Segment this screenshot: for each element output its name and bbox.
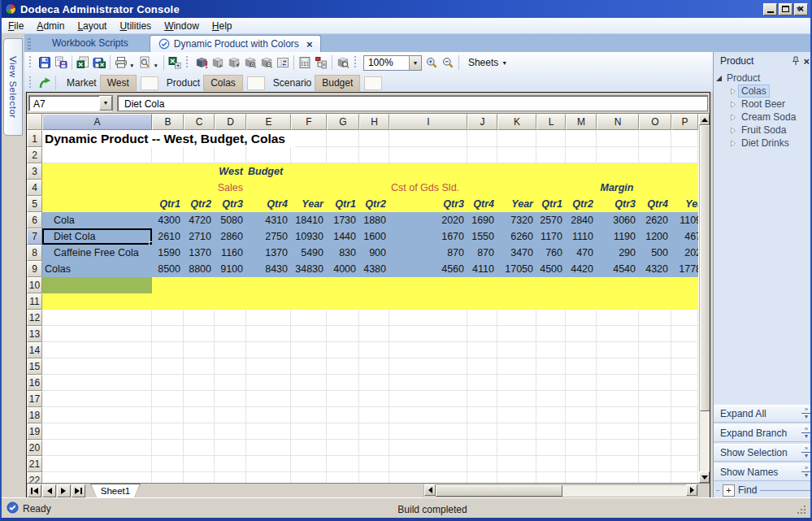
cell-H8[interactable]: 900 — [359, 245, 389, 261]
cell-F5[interactable]: Year — [291, 196, 327, 212]
row-header-22[interactable]: 22 — [27, 472, 42, 483]
column-header-P[interactable]: P — [671, 114, 698, 130]
cell-H18[interactable] — [359, 407, 389, 423]
cell-P6[interactable]: 11090 — [671, 212, 698, 228]
sheets-button[interactable]: Sheets▼ — [462, 54, 514, 71]
cell-C18[interactable] — [184, 407, 215, 423]
cell-O5[interactable]: Qtr4 — [639, 196, 671, 212]
sheet-tab-sheet1[interactable]: Sheet1 — [90, 484, 141, 497]
cell-H11[interactable] — [359, 293, 389, 310]
cell-O2[interactable] — [639, 147, 671, 163]
cell-E11[interactable] — [246, 293, 291, 310]
cell-D18[interactable] — [215, 407, 246, 423]
cell-P18[interactable] — [671, 407, 698, 423]
tree-collapsed-icon[interactable] — [728, 88, 738, 95]
cell-A2[interactable] — [42, 147, 152, 163]
cell-C21[interactable] — [184, 456, 215, 472]
cell-I6[interactable]: 2020 — [389, 212, 467, 228]
vertical-scrollbar[interactable] — [699, 114, 710, 483]
vertical-scroll-thumb[interactable] — [700, 125, 710, 411]
column-header-M[interactable]: M — [566, 114, 597, 130]
cell-J15[interactable] — [467, 358, 497, 375]
column-header-K[interactable]: K — [497, 114, 536, 130]
cell-O18[interactable] — [639, 407, 671, 423]
row-header-4[interactable]: 4 — [27, 180, 42, 196]
cell-L19[interactable] — [536, 423, 566, 440]
cell-M8[interactable]: 470 — [566, 245, 597, 261]
cell-I2[interactable] — [389, 147, 467, 163]
cell-I5[interactable]: Qtr3 — [389, 196, 467, 212]
cell-D21[interactable] — [215, 456, 246, 472]
column-header-J[interactable]: J — [467, 114, 497, 130]
zoom-in-icon[interactable] — [423, 54, 440, 71]
panel-button-chevron-icon[interactable]: »▼ — [801, 465, 811, 478]
dimension-select-scenario[interactable] — [364, 76, 382, 90]
cell-N15[interactable] — [597, 358, 639, 375]
cell-C16[interactable] — [184, 375, 215, 391]
cell-G19[interactable] — [327, 423, 359, 440]
row-header-3[interactable]: 3 — [27, 163, 42, 180]
cell-A5[interactable] — [42, 196, 152, 212]
cell-A12[interactable] — [42, 310, 152, 326]
cell-I21[interactable] — [389, 456, 467, 472]
cell-C17[interactable] — [184, 391, 215, 407]
cell-O21[interactable] — [639, 456, 671, 472]
cell-F4[interactable] — [291, 180, 327, 196]
cell-B11[interactable] — [152, 293, 184, 310]
cell-E5[interactable]: Qtr4 — [246, 196, 291, 212]
cell-K20[interactable] — [497, 440, 536, 456]
cell-F12[interactable] — [291, 310, 327, 326]
prev-sheet-icon[interactable] — [42, 484, 56, 497]
cell-B13[interactable] — [152, 326, 184, 342]
cell-E12[interactable] — [246, 310, 291, 326]
cell-D12[interactable] — [215, 310, 246, 326]
tab-workbook-scripts[interactable]: Workbook Scripts — [34, 34, 150, 52]
cell-I9[interactable]: 4560 — [389, 261, 467, 277]
cell-L16[interactable] — [536, 375, 566, 391]
cell-F21[interactable] — [291, 456, 327, 472]
cell-E9[interactable]: 8430 — [246, 261, 291, 277]
cell-A6[interactable]: Cola — [42, 212, 152, 228]
cell-J14[interactable] — [467, 342, 497, 358]
panel-button-chevron-icon[interactable]: »▼ — [801, 445, 811, 458]
cell-D2[interactable] — [215, 147, 246, 163]
cell-N19[interactable] — [597, 423, 639, 440]
cell-I11[interactable] — [389, 293, 467, 310]
column-header-I[interactable]: I — [389, 114, 467, 130]
dimension-value-scenario[interactable]: Budget — [315, 75, 360, 91]
cell-A18[interactable] — [42, 407, 152, 423]
cell-A19[interactable] — [42, 423, 152, 440]
cell-C20[interactable] — [184, 440, 215, 456]
cell-P3[interactable] — [671, 163, 698, 180]
row-header-12[interactable]: 12 — [27, 310, 42, 326]
cell-A9[interactable]: Colas — [42, 261, 152, 277]
cell-J4[interactable] — [467, 180, 497, 196]
cell-C6[interactable]: 4720 — [184, 212, 215, 228]
cell-H12[interactable] — [359, 310, 389, 326]
cell-N17[interactable] — [597, 391, 639, 407]
cell-D13[interactable] — [215, 326, 246, 342]
cell-J7[interactable]: 1550 — [467, 228, 497, 245]
cell-K1[interactable] — [497, 130, 536, 147]
row-header-19[interactable]: 19 — [27, 423, 42, 440]
column-header-H[interactable]: H — [359, 114, 389, 130]
cell-C13[interactable] — [184, 326, 215, 342]
cell-B12[interactable] — [152, 310, 184, 326]
export-excel-icon[interactable] — [167, 54, 183, 71]
cell-I1[interactable] — [389, 130, 467, 147]
row-header-7[interactable]: 7 — [27, 228, 42, 245]
cell-P9[interactable]: 17780 — [671, 261, 698, 277]
cell-P2[interactable] — [671, 147, 698, 163]
cell-C2[interactable] — [184, 147, 215, 163]
cell-M21[interactable] — [566, 456, 597, 472]
print-icon[interactable] — [113, 54, 129, 71]
panel-button-chevron-icon[interactable]: »▼ — [801, 426, 811, 439]
cell-H4[interactable] — [359, 180, 389, 196]
cell-I14[interactable] — [389, 342, 467, 358]
cell-A3[interactable] — [42, 163, 152, 180]
cell-J3[interactable] — [467, 163, 497, 180]
cell-P7[interactable]: 4670 — [671, 228, 698, 245]
cell-O17[interactable] — [639, 391, 671, 407]
cell-N22[interactable] — [597, 472, 639, 483]
cell-O1[interactable] — [639, 130, 671, 147]
